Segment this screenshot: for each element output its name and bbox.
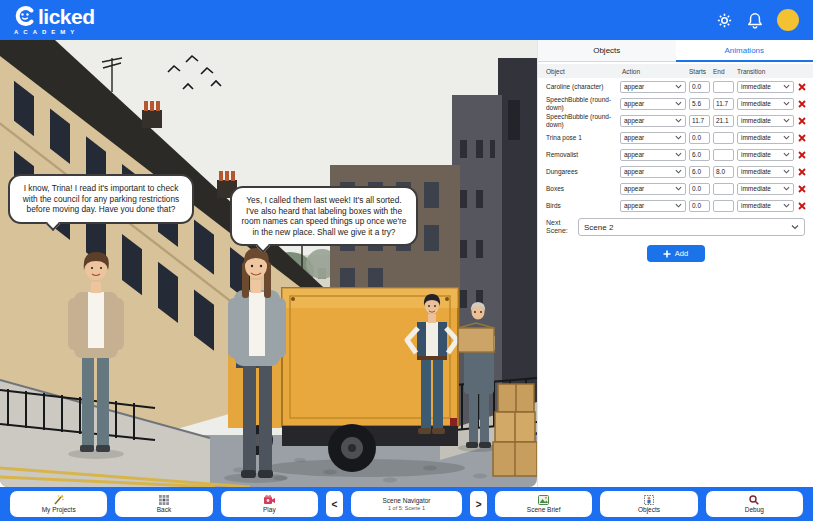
back-button[interactable]: Back: [115, 491, 212, 517]
tab-objects[interactable]: Objects: [538, 40, 676, 62]
delete-icon[interactable]: [798, 100, 806, 108]
magnifier-icon: [749, 495, 759, 505]
end-input[interactable]: [713, 98, 734, 110]
end-input[interactable]: [713, 166, 734, 178]
scene-illustration: [0, 40, 537, 487]
speech-bubble-1[interactable]: I know, Trina! I read it's important to …: [8, 174, 194, 224]
transition-select[interactable]: immediate: [737, 183, 794, 195]
prev-scene-button[interactable]: <: [326, 491, 343, 517]
starts-input[interactable]: [689, 98, 710, 110]
end-input[interactable]: [713, 81, 734, 93]
scene-brief-button[interactable]: Scene Brief: [495, 491, 592, 517]
action-select[interactable]: appear: [620, 98, 686, 110]
logo-face-icon: [14, 5, 36, 27]
transition-select[interactable]: immediate: [737, 81, 794, 93]
chevron-down-icon: [783, 84, 790, 89]
starts-input[interactable]: [689, 149, 710, 161]
chevron-down-icon: [783, 135, 790, 140]
end-input[interactable]: [713, 183, 734, 195]
logo-title: licked: [38, 6, 95, 27]
transition-select[interactable]: immediate: [737, 132, 794, 144]
animation-row: SpeechBubble (round-down) appear immedia…: [538, 112, 813, 129]
transition-select[interactable]: immediate: [737, 115, 794, 127]
starts-input[interactable]: [689, 132, 710, 144]
picture-icon: [538, 495, 549, 505]
delete-icon[interactable]: [798, 185, 806, 193]
action-select[interactable]: appear: [620, 149, 686, 161]
speech-bubble-1-text: I know, Trina! I read it's important to …: [23, 183, 179, 214]
starts-input[interactable]: [689, 81, 710, 93]
bell-icon[interactable]: [747, 12, 763, 29]
next-scene-select[interactable]: Scene 2: [578, 218, 805, 236]
add-animation-button[interactable]: Add: [647, 245, 705, 262]
action-select[interactable]: appear: [620, 183, 686, 195]
logo-subtitle: ACADEMY: [14, 29, 95, 35]
animation-row: Birds appear immediate: [538, 197, 813, 214]
my-projects-button[interactable]: My Projects: [10, 491, 107, 517]
animation-row: Caroline (character) appear immediate: [538, 78, 813, 95]
delete-icon[interactable]: [798, 202, 806, 210]
speech-bubble-2-text: Yes, I called them last week! It's all s…: [242, 195, 407, 237]
animation-row: Removalist appear immediate: [538, 146, 813, 163]
delete-icon[interactable]: [798, 83, 806, 91]
starts-input[interactable]: [689, 183, 710, 195]
magic-wand-icon: [53, 495, 64, 505]
plus-icon: [663, 250, 671, 258]
action-select[interactable]: appear: [620, 81, 686, 93]
scene-navigator-button[interactable]: Scene Navigator 1 of 5: Scene 1: [351, 491, 462, 517]
action-select[interactable]: appear: [620, 166, 686, 178]
app-logo: licked ACADEMY: [14, 5, 95, 35]
delete-icon[interactable]: [798, 168, 806, 176]
scene-canvas[interactable]: I know, Trina! I read it's important to …: [0, 40, 537, 487]
end-input[interactable]: [713, 115, 734, 127]
user-avatar[interactable]: [777, 9, 799, 31]
end-input[interactable]: [713, 132, 734, 144]
delete-icon[interactable]: [798, 134, 806, 142]
object-label: Boxes: [546, 185, 620, 192]
end-input[interactable]: [713, 200, 734, 212]
speech-bubble-2[interactable]: Yes, I called them last week! It's all s…: [230, 186, 418, 246]
scene-navigator-status: 1 of 5: Scene 1: [388, 505, 425, 511]
action-select[interactable]: appear: [620, 200, 686, 212]
object-label: Removalist: [546, 151, 620, 158]
object-label: SpeechBubble (round-down): [546, 96, 620, 111]
starts-input[interactable]: [689, 166, 710, 178]
chevron-down-icon: [675, 101, 682, 106]
table-header: Object Action Starts End Transition: [538, 64, 813, 78]
chevron-down-icon: [675, 135, 682, 140]
carried-box: [458, 328, 494, 352]
delete-icon[interactable]: [798, 151, 806, 159]
transition-select[interactable]: immediate: [737, 200, 794, 212]
animation-row: Dungarees appear immediate: [538, 163, 813, 180]
boxes[interactable]: [493, 384, 537, 476]
starts-input[interactable]: [689, 115, 710, 127]
chevron-down-icon: [675, 169, 682, 174]
animation-row: Trina pose 1 appear immediate: [538, 129, 813, 146]
gear-icon[interactable]: [716, 12, 733, 29]
chevron-down-icon: [791, 224, 799, 230]
chevron-down-icon: [783, 186, 790, 191]
debug-button[interactable]: Debug: [706, 491, 803, 517]
objects-button[interactable]: Objects: [600, 491, 697, 517]
transition-select[interactable]: immediate: [737, 98, 794, 110]
chevron-down-icon: [675, 118, 682, 123]
action-select[interactable]: appear: [620, 115, 686, 127]
next-scene-button[interactable]: >: [470, 491, 487, 517]
movie-camera-icon: [264, 495, 275, 505]
play-button[interactable]: Play: [221, 491, 318, 517]
end-input[interactable]: [713, 149, 734, 161]
object-selection-icon: [644, 495, 654, 505]
chevron-down-icon: [783, 118, 790, 123]
transition-select[interactable]: immediate: [737, 166, 794, 178]
tab-animations[interactable]: Animations: [676, 40, 813, 62]
starts-input[interactable]: [689, 200, 710, 212]
app-header: licked ACADEMY: [0, 0, 813, 40]
chevron-down-icon: [783, 203, 790, 208]
chevron-down-icon: [675, 186, 682, 191]
transition-select[interactable]: immediate: [737, 149, 794, 161]
action-select[interactable]: appear: [620, 132, 686, 144]
delete-icon[interactable]: [798, 117, 806, 125]
object-label: Caroline (character): [546, 83, 620, 90]
chevron-down-icon: [783, 152, 790, 157]
object-label: SpeechBubble (round-down): [546, 113, 620, 128]
